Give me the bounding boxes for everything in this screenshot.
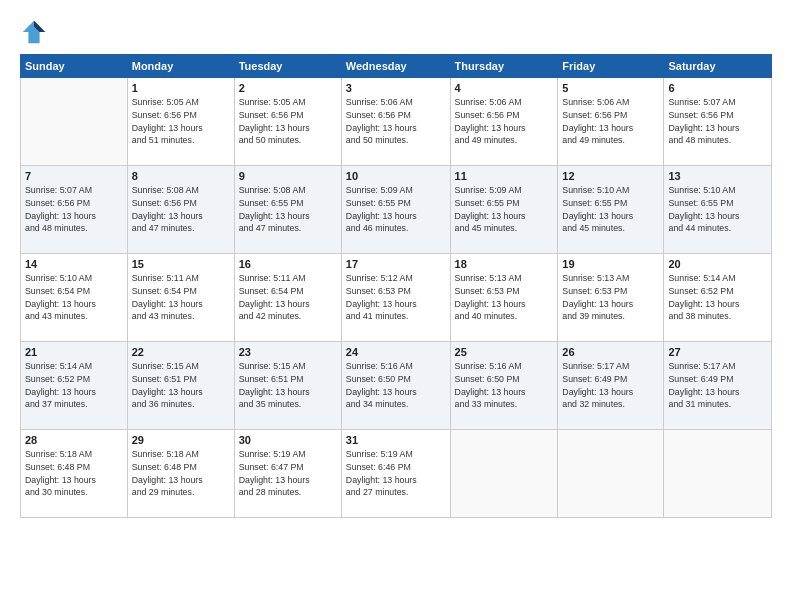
day-info: Sunrise: 5:14 AMSunset: 6:52 PMDaylight:… xyxy=(668,272,767,323)
page: SundayMondayTuesdayWednesdayThursdayFrid… xyxy=(0,0,792,612)
day-info: Sunrise: 5:06 AMSunset: 6:56 PMDaylight:… xyxy=(346,96,446,147)
week-row-5: 28Sunrise: 5:18 AMSunset: 6:48 PMDayligh… xyxy=(21,430,772,518)
calendar-cell: 14Sunrise: 5:10 AMSunset: 6:54 PMDayligh… xyxy=(21,254,128,342)
weekday-sunday: Sunday xyxy=(21,55,128,78)
calendar-cell: 21Sunrise: 5:14 AMSunset: 6:52 PMDayligh… xyxy=(21,342,128,430)
calendar-cell: 20Sunrise: 5:14 AMSunset: 6:52 PMDayligh… xyxy=(664,254,772,342)
calendar-cell: 22Sunrise: 5:15 AMSunset: 6:51 PMDayligh… xyxy=(127,342,234,430)
day-number: 14 xyxy=(25,258,123,270)
day-number: 19 xyxy=(562,258,659,270)
calendar-cell: 13Sunrise: 5:10 AMSunset: 6:55 PMDayligh… xyxy=(664,166,772,254)
day-number: 16 xyxy=(239,258,337,270)
calendar-cell: 25Sunrise: 5:16 AMSunset: 6:50 PMDayligh… xyxy=(450,342,558,430)
calendar-cell: 29Sunrise: 5:18 AMSunset: 6:48 PMDayligh… xyxy=(127,430,234,518)
day-number: 15 xyxy=(132,258,230,270)
week-row-1: 1Sunrise: 5:05 AMSunset: 6:56 PMDaylight… xyxy=(21,78,772,166)
weekday-wednesday: Wednesday xyxy=(341,55,450,78)
calendar-cell: 24Sunrise: 5:16 AMSunset: 6:50 PMDayligh… xyxy=(341,342,450,430)
day-info: Sunrise: 5:10 AMSunset: 6:55 PMDaylight:… xyxy=(562,184,659,235)
calendar-cell: 28Sunrise: 5:18 AMSunset: 6:48 PMDayligh… xyxy=(21,430,128,518)
calendar-cell xyxy=(21,78,128,166)
calendar-cell: 9Sunrise: 5:08 AMSunset: 6:55 PMDaylight… xyxy=(234,166,341,254)
day-number: 25 xyxy=(455,346,554,358)
calendar-cell: 2Sunrise: 5:05 AMSunset: 6:56 PMDaylight… xyxy=(234,78,341,166)
calendar-cell: 17Sunrise: 5:12 AMSunset: 6:53 PMDayligh… xyxy=(341,254,450,342)
day-info: Sunrise: 5:07 AMSunset: 6:56 PMDaylight:… xyxy=(25,184,123,235)
weekday-monday: Monday xyxy=(127,55,234,78)
day-info: Sunrise: 5:10 AMSunset: 6:55 PMDaylight:… xyxy=(668,184,767,235)
calendar-cell xyxy=(450,430,558,518)
day-number: 9 xyxy=(239,170,337,182)
day-number: 10 xyxy=(346,170,446,182)
day-number: 26 xyxy=(562,346,659,358)
calendar-cell: 8Sunrise: 5:08 AMSunset: 6:56 PMDaylight… xyxy=(127,166,234,254)
day-number: 18 xyxy=(455,258,554,270)
day-info: Sunrise: 5:05 AMSunset: 6:56 PMDaylight:… xyxy=(239,96,337,147)
day-number: 5 xyxy=(562,82,659,94)
day-info: Sunrise: 5:09 AMSunset: 6:55 PMDaylight:… xyxy=(346,184,446,235)
day-number: 17 xyxy=(346,258,446,270)
day-info: Sunrise: 5:15 AMSunset: 6:51 PMDaylight:… xyxy=(239,360,337,411)
day-number: 6 xyxy=(668,82,767,94)
day-number: 21 xyxy=(25,346,123,358)
day-number: 28 xyxy=(25,434,123,446)
day-number: 4 xyxy=(455,82,554,94)
day-number: 3 xyxy=(346,82,446,94)
day-info: Sunrise: 5:17 AMSunset: 6:49 PMDaylight:… xyxy=(668,360,767,411)
calendar-cell: 18Sunrise: 5:13 AMSunset: 6:53 PMDayligh… xyxy=(450,254,558,342)
day-info: Sunrise: 5:08 AMSunset: 6:56 PMDaylight:… xyxy=(132,184,230,235)
day-number: 30 xyxy=(239,434,337,446)
day-number: 23 xyxy=(239,346,337,358)
calendar-cell: 10Sunrise: 5:09 AMSunset: 6:55 PMDayligh… xyxy=(341,166,450,254)
calendar-cell: 26Sunrise: 5:17 AMSunset: 6:49 PMDayligh… xyxy=(558,342,664,430)
day-info: Sunrise: 5:19 AMSunset: 6:46 PMDaylight:… xyxy=(346,448,446,499)
weekday-thursday: Thursday xyxy=(450,55,558,78)
calendar-cell: 5Sunrise: 5:06 AMSunset: 6:56 PMDaylight… xyxy=(558,78,664,166)
day-number: 31 xyxy=(346,434,446,446)
day-info: Sunrise: 5:06 AMSunset: 6:56 PMDaylight:… xyxy=(455,96,554,147)
header xyxy=(20,18,772,46)
calendar-cell: 31Sunrise: 5:19 AMSunset: 6:46 PMDayligh… xyxy=(341,430,450,518)
day-info: Sunrise: 5:06 AMSunset: 6:56 PMDaylight:… xyxy=(562,96,659,147)
day-number: 7 xyxy=(25,170,123,182)
day-number: 1 xyxy=(132,82,230,94)
calendar-cell: 15Sunrise: 5:11 AMSunset: 6:54 PMDayligh… xyxy=(127,254,234,342)
calendar-cell: 12Sunrise: 5:10 AMSunset: 6:55 PMDayligh… xyxy=(558,166,664,254)
calendar-table: SundayMondayTuesdayWednesdayThursdayFrid… xyxy=(20,54,772,518)
day-info: Sunrise: 5:18 AMSunset: 6:48 PMDaylight:… xyxy=(25,448,123,499)
week-row-4: 21Sunrise: 5:14 AMSunset: 6:52 PMDayligh… xyxy=(21,342,772,430)
day-number: 11 xyxy=(455,170,554,182)
day-info: Sunrise: 5:10 AMSunset: 6:54 PMDaylight:… xyxy=(25,272,123,323)
day-number: 27 xyxy=(668,346,767,358)
calendar-cell: 1Sunrise: 5:05 AMSunset: 6:56 PMDaylight… xyxy=(127,78,234,166)
day-info: Sunrise: 5:07 AMSunset: 6:56 PMDaylight:… xyxy=(668,96,767,147)
day-number: 2 xyxy=(239,82,337,94)
day-info: Sunrise: 5:09 AMSunset: 6:55 PMDaylight:… xyxy=(455,184,554,235)
day-number: 29 xyxy=(132,434,230,446)
calendar-cell xyxy=(664,430,772,518)
day-number: 12 xyxy=(562,170,659,182)
calendar-cell: 27Sunrise: 5:17 AMSunset: 6:49 PMDayligh… xyxy=(664,342,772,430)
day-info: Sunrise: 5:12 AMSunset: 6:53 PMDaylight:… xyxy=(346,272,446,323)
weekday-header-row: SundayMondayTuesdayWednesdayThursdayFrid… xyxy=(21,55,772,78)
day-number: 24 xyxy=(346,346,446,358)
weekday-saturday: Saturday xyxy=(664,55,772,78)
day-info: Sunrise: 5:11 AMSunset: 6:54 PMDaylight:… xyxy=(239,272,337,323)
day-number: 22 xyxy=(132,346,230,358)
day-number: 20 xyxy=(668,258,767,270)
week-row-2: 7Sunrise: 5:07 AMSunset: 6:56 PMDaylight… xyxy=(21,166,772,254)
day-info: Sunrise: 5:08 AMSunset: 6:55 PMDaylight:… xyxy=(239,184,337,235)
calendar-cell: 6Sunrise: 5:07 AMSunset: 6:56 PMDaylight… xyxy=(664,78,772,166)
day-info: Sunrise: 5:11 AMSunset: 6:54 PMDaylight:… xyxy=(132,272,230,323)
calendar-cell xyxy=(558,430,664,518)
day-info: Sunrise: 5:16 AMSunset: 6:50 PMDaylight:… xyxy=(346,360,446,411)
day-info: Sunrise: 5:05 AMSunset: 6:56 PMDaylight:… xyxy=(132,96,230,147)
day-info: Sunrise: 5:14 AMSunset: 6:52 PMDaylight:… xyxy=(25,360,123,411)
weekday-friday: Friday xyxy=(558,55,664,78)
day-info: Sunrise: 5:19 AMSunset: 6:47 PMDaylight:… xyxy=(239,448,337,499)
day-info: Sunrise: 5:13 AMSunset: 6:53 PMDaylight:… xyxy=(455,272,554,323)
calendar-cell: 19Sunrise: 5:13 AMSunset: 6:53 PMDayligh… xyxy=(558,254,664,342)
weekday-tuesday: Tuesday xyxy=(234,55,341,78)
day-number: 13 xyxy=(668,170,767,182)
logo-icon xyxy=(20,18,48,46)
